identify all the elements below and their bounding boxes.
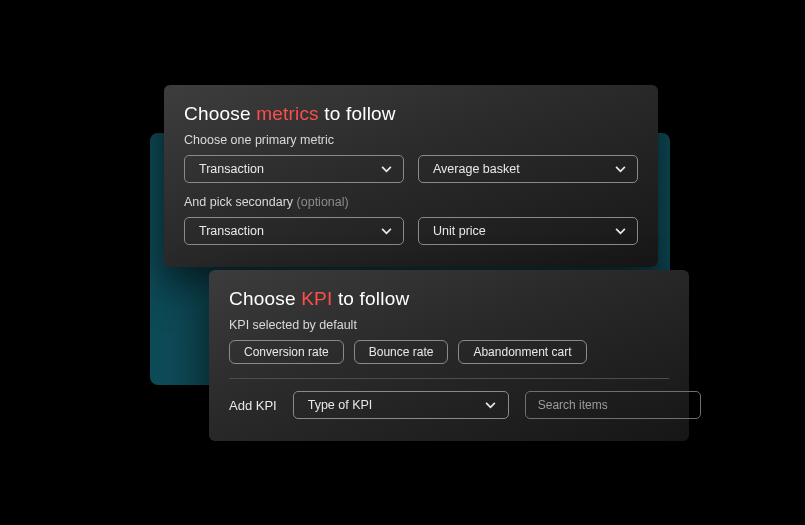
chevron-down-icon [379, 162, 393, 176]
primary-metric-row: Transaction Average basket [184, 155, 638, 183]
primary-metric-value: Average basket [433, 156, 520, 182]
kpi-default-label: KPI selected by default [229, 318, 669, 332]
kpi-chip-bounce-rate[interactable]: Bounce rate [354, 340, 449, 364]
kpi-chip-row: Conversion rate Bounce rate Abandonment … [229, 340, 669, 364]
kpi-search-input[interactable] [525, 391, 701, 419]
secondary-metric-category-value: Transaction [199, 218, 264, 244]
secondary-metric-label: And pick secondary (optional) [184, 195, 638, 209]
secondary-metric-label-optional: (optional) [297, 195, 349, 209]
secondary-metric-label-main: And pick secondary [184, 195, 297, 209]
secondary-metric-value-select[interactable]: Unit price [418, 217, 638, 245]
kpi-title: Choose KPI to follow [229, 288, 669, 310]
metrics-title-accent: metrics [256, 103, 319, 124]
kpi-title-pre: Choose [229, 288, 301, 309]
metrics-title-pre: Choose [184, 103, 256, 124]
chevron-down-icon [379, 224, 393, 238]
kpi-title-post: to follow [332, 288, 409, 309]
chevron-down-icon [613, 162, 627, 176]
chevron-down-icon [484, 398, 498, 412]
primary-metric-value-select[interactable]: Average basket [418, 155, 638, 183]
secondary-metric-row: Transaction Unit price [184, 217, 638, 245]
add-kpi-row: Add KPI Type of KPI [229, 391, 669, 419]
divider [229, 378, 669, 379]
add-kpi-label: Add KPI [229, 398, 277, 413]
stage: Choose metrics to follow Choose one prim… [0, 0, 805, 525]
kpi-type-select[interactable]: Type of KPI [293, 391, 509, 419]
kpi-chip-conversion-rate[interactable]: Conversion rate [229, 340, 344, 364]
primary-metric-category-select[interactable]: Transaction [184, 155, 404, 183]
secondary-metric-value: Unit price [433, 218, 486, 244]
primary-metric-category-value: Transaction [199, 156, 264, 182]
metrics-title-post: to follow [319, 103, 396, 124]
kpi-chip-abandonment-cart[interactable]: Abandonment cart [458, 340, 586, 364]
primary-metric-label: Choose one primary metric [184, 133, 638, 147]
card-choose-kpi: Choose KPI to follow KPI selected by def… [209, 270, 689, 441]
secondary-metric-category-select[interactable]: Transaction [184, 217, 404, 245]
metrics-title: Choose metrics to follow [184, 103, 638, 125]
kpi-title-accent: KPI [301, 288, 332, 309]
chevron-down-icon [613, 224, 627, 238]
kpi-type-value: Type of KPI [308, 392, 373, 418]
card-choose-metrics: Choose metrics to follow Choose one prim… [164, 85, 658, 267]
